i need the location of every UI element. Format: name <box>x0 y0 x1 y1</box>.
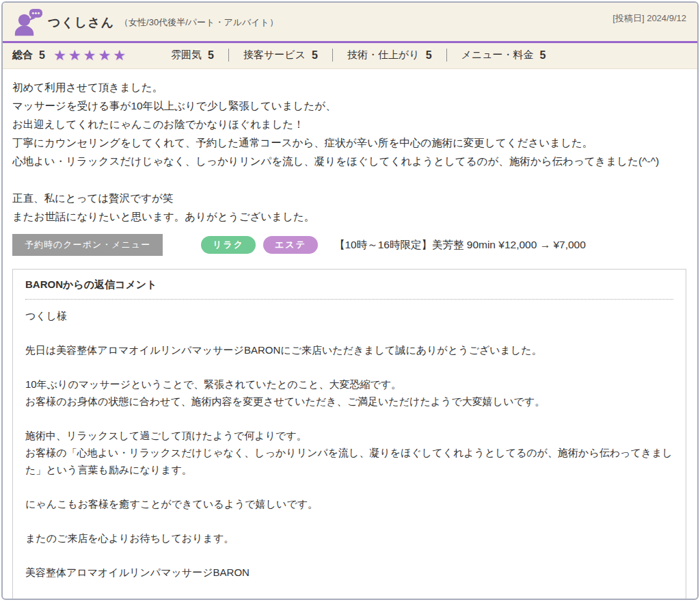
reply-text-line <box>25 410 673 427</box>
shop-reply-box: BARONからの返信コメント つくし様 先日は美容整体アロマオイルリンパマッサー… <box>12 269 686 600</box>
reply-text-line: 10年ぶりのマッサージということで、緊張されていたとのこと、大変恐縮です。 <box>25 376 673 393</box>
reply-text-line: つくし様 <box>25 307 673 324</box>
overall-rating-label: 総合 <box>12 49 33 62</box>
category-ratings: 雰囲気 5 接客サービス 5 技術・仕上がり 5 メニュー・料金 5 <box>157 49 560 62</box>
coupon-row: 予約時のクーポン・メニュー リラク エステ 【10時～16時限定】美芳整 90m… <box>12 234 686 256</box>
category-tag-badge[interactable]: リラク <box>201 236 256 254</box>
rating-item-label: 技術・仕上がり <box>347 49 420 62</box>
review-text-line: 正直、私にとっては贅沢ですが笑 <box>12 189 686 207</box>
rating-item-label: 接客サービス <box>243 49 306 62</box>
reply-text-line: 美容整体アロマオイルリンパマッサージBARON <box>25 564 673 581</box>
reply-text-line: お客様のお身体の状態に合わせて、施術内容を変更させていただき、ご満足いただけたよ… <box>25 393 673 410</box>
reply-text-line: 施術中、リラックスして過ごして頂けたようで何よりです。 <box>25 427 673 444</box>
category-tag-badge[interactable]: エステ <box>263 236 318 254</box>
reply-text-line: またのご来店を心よりお待ちしております。 <box>25 529 673 547</box>
reply-text-line <box>25 512 673 529</box>
review-card: つくしさん （女性/30代後半/パート・アルバイト） [投稿日] 2024/9/… <box>1 1 699 600</box>
shop-reply-title: BARONからの返信コメント <box>25 278 673 300</box>
review-text-line: お出迎えしてくれたにゃんこのお陰でかなりほぐれました！ <box>12 115 686 133</box>
reply-text-line <box>25 547 673 564</box>
star-rating-icons: ★★★★★ <box>53 48 128 62</box>
review-text-line <box>12 170 686 189</box>
reviewer-info: つくしさん （女性/30代後半/パート・アルバイト） <box>12 8 278 37</box>
reply-text-line <box>25 581 673 598</box>
review-text-line: 心地よい・リラックスだけじゃなく、しっかりリンパを流し、凝りをほぐしてくれようと… <box>12 152 686 170</box>
reply-text-line <box>25 324 673 341</box>
rating-item-value: 5 <box>312 49 318 62</box>
user-avatar-icon <box>12 8 44 37</box>
rating-item-label: メニュー・料金 <box>461 49 534 62</box>
category-tags: リラク エステ <box>201 236 318 254</box>
rating-item: 雰囲気 5 <box>157 49 228 62</box>
review-text-line: マッサージを受ける事が10年以上ぶりで少し緊張していましたが、 <box>12 96 686 115</box>
reply-text-line <box>25 478 673 495</box>
reply-text-line <box>25 358 673 376</box>
reply-text-line: お客様の「心地よい・リラックスだけじゃなく、しっかりリンパを流し、凝りをほぐして… <box>25 444 673 478</box>
shop-reply-text: つくし様 先日は美容整体アロマオイルリンパマッサージBARONにご来店いただきま… <box>25 300 673 600</box>
review-text-line: またお世話になりたいと思います。ありがとうございました。 <box>12 207 686 226</box>
post-date: [投稿日] 2024/9/12 <box>612 12 686 25</box>
rating-item: メニュー・料金 5 <box>446 49 561 62</box>
rating-item-value: 5 <box>426 49 432 62</box>
reply-text-line: にゃんこもお客様を癒すことができているようで嬉しいです。 <box>25 495 673 512</box>
review-text-line: 初めて利用させて頂きました。 <box>12 78 686 96</box>
reviewer-attributes: （女性/30代後半/パート・アルバイト） <box>120 16 278 29</box>
reply-text-line: 先日は美容整体アロマオイルリンパマッサージBARONにご来店いただきまして誠にあ… <box>25 341 673 358</box>
rating-item: 接客サービス 5 <box>228 49 332 62</box>
review-header: つくしさん （女性/30代後半/パート・アルバイト） [投稿日] 2024/9/… <box>3 3 697 43</box>
ratings-bar: 総合 5 ★★★★★ 雰囲気 5 接客サービス 5 技術・仕上がり 5 <box>3 43 697 69</box>
rating-item-label: 雰囲気 <box>171 49 202 62</box>
coupon-menu-label: 予約時のクーポン・メニュー <box>12 234 163 256</box>
rating-item: 技術・仕上がり 5 <box>332 49 446 62</box>
overall-rating-value: 5 <box>39 49 45 62</box>
overall-rating: 総合 5 ★★★★★ <box>12 48 128 62</box>
rating-item-value: 5 <box>540 49 546 62</box>
reply-text-line: 柴田 晃作 <box>25 598 673 600</box>
rating-item-value: 5 <box>208 49 214 62</box>
review-text: 初めて利用させて頂きました。 マッサージを受ける事が10年以上ぶりで少し緊張して… <box>3 69 697 228</box>
review-text-line: 丁寧にカウンセリングをしてくれて、予約した通常コースから、症状が辛い所を中心の施… <box>12 133 686 152</box>
coupon-menu-text: 【10時～16時限定】美芳整 90min ¥12,000 → ¥7,000 <box>334 238 586 252</box>
reviewer-name: つくしさん <box>48 14 114 31</box>
